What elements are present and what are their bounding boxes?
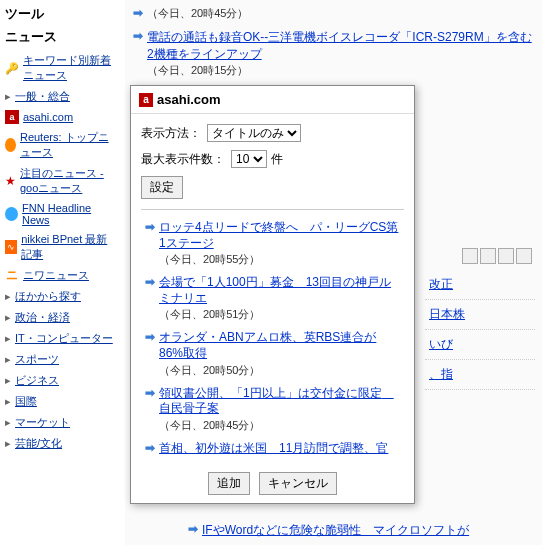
right-link[interactable]: いび [425,330,535,360]
bullet-icon: ▸ [5,90,11,103]
sidebar-item-label: 政治・経済 [15,310,70,325]
niwa-icon: ニ [5,269,19,283]
asahi-icon: a [5,110,19,124]
sidebar-item-label: asahi.com [23,111,73,123]
sidebar-item[interactable]: ▸ほかから探す [5,286,115,307]
display-method-label: 表示方法： [141,125,201,142]
article-time: （今日、20時55分） [159,252,400,267]
sidebar-item[interactable]: 🔑キーワード別新着ニュース [5,50,115,86]
right-panel: 改正 日本株 いび 、指 [425,270,535,390]
star-icon: ★ [5,174,16,188]
arrow-icon: ➡ [188,522,198,539]
bullet-icon: ▸ [5,332,11,345]
article-title[interactable]: IFやWordなどに危険な脆弱性 マイクロソフトが [202,522,469,539]
article-title[interactable]: オランダ・ABNアムロ株、英RBS連合が86%取得 [159,330,400,361]
list-item[interactable]: ➡ロッテ4点リードで終盤へ パ・リーグCS第1ステージ（今日、20時55分） [143,216,402,271]
sidebar-item[interactable]: ▸芸能/文化 [5,433,115,454]
arrow-icon: ➡ [145,330,155,377]
right-link[interactable]: 、指 [425,360,535,390]
sidebar-item[interactable]: ▸ビジネス [5,370,115,391]
max-items-suffix: 件 [271,151,283,168]
sidebar-item[interactable]: ▸政治・経済 [5,307,115,328]
sidebar-item-label: 芸能/文化 [15,436,62,451]
bullet-icon: ▸ [5,290,11,303]
right-link[interactable]: 日本株 [425,300,535,330]
sidebar-item-label: 注目のニュース - gooニュース [20,166,115,196]
max-items-label: 最大表示件数： [141,151,225,168]
list-item[interactable]: ➡領収書公開、「1円以上」は交付金に限定 自民骨子案（今日、20時45分） [143,382,402,437]
article-time: （今日、20時50分） [159,363,400,378]
arrow-icon: ➡ [145,275,155,322]
list-item[interactable]: ➡オランダ・ABNアムロ株、英RBS連合が86%取得（今日、20時50分） [143,326,402,381]
sidebar-item[interactable]: aasahi.com [5,107,115,127]
bg-article-bottom[interactable]: ➡ IFやWordなどに危険な脆弱性 マイクロソフトが [180,518,477,543]
sidebar-item-label: FNN Headline News [22,202,115,226]
sidebar-item-label: nikkei BPnet 最新記事 [21,232,115,262]
sidebar-item[interactable]: ニニワニュース [5,265,115,286]
sidebar-item-label: 国際 [15,394,37,409]
sidebar-item-label: IT・コンピューター [15,331,113,346]
sidebar-item-label: ビジネス [15,373,59,388]
sidebar-item[interactable]: ▸マーケット [5,412,115,433]
key-icon: 🔑 [5,61,19,75]
bullet-icon: ▸ [5,395,11,408]
toolbar-button[interactable] [480,248,496,264]
feed-dialog: a asahi.com 表示方法： タイトルのみ 最大表示件数： 10 件 設定… [130,85,415,504]
sidebar-item[interactable]: ▸国際 [5,391,115,412]
toolbar-button[interactable] [516,248,532,264]
arrow-icon: ➡ [133,6,143,21]
asahi-logo-icon: a [139,93,153,107]
bullet-icon: ▸ [5,416,11,429]
display-method-select[interactable]: タイトルのみ [207,124,301,142]
article-title[interactable]: 首相、初外遊は米国 11月訪問で調整、官房長官明かす [159,441,400,454]
sidebar-item[interactable]: ▸スポーツ [5,349,115,370]
sidebar-item-label: キーワード別新着ニュース [23,53,115,83]
settings-button[interactable]: 設定 [141,176,183,199]
sidebar-item[interactable]: ∿nikkei BPnet 最新記事 [5,229,115,265]
sidebar-item[interactable]: ▸一般・総合 [5,86,115,107]
article-time: （今日、20時15分） [147,63,534,78]
dialog-titlebar: a asahi.com [131,86,414,114]
list-item[interactable]: ➡会場で「1人100円」募金 13回目の神戸ルミナリエ（今日、20時51分） [143,271,402,326]
toolbar-button[interactable] [498,248,514,264]
dialog-title: asahi.com [157,92,221,107]
article-title[interactable]: 会場で「1人100円」募金 13回目の神戸ルミナリエ [159,275,400,306]
article-time: （今日、20時51分） [159,307,400,322]
cancel-button[interactable]: キャンセル [259,472,337,495]
news-heading: ニュース [5,28,115,46]
right-link[interactable]: 改正 [425,270,535,300]
sidebar-item-label: ニワニュース [23,268,89,283]
bg-article[interactable]: ➡ （今日、20時45分） [125,2,542,25]
toolbar-button[interactable] [462,248,478,264]
fnn-icon [5,207,18,221]
arrow-icon: ➡ [133,29,143,78]
bullet-icon: ▸ [5,353,11,366]
bullet-icon: ▸ [5,374,11,387]
sidebar-item[interactable]: ▸IT・コンピューター [5,328,115,349]
arrow-icon: ➡ [145,220,155,267]
article-time: （今日、20時45分） [159,418,400,433]
sidebar-item-label: Reuters: トップニュース [20,130,115,160]
sidebar-item[interactable]: ★注目のニュース - gooニュース [5,163,115,199]
bg-article[interactable]: ➡ 電話の通話も録音OK--三洋電機ボイスレコーダ「ICR-S279RM」を含む… [125,25,542,82]
rss-icon: ∿ [5,240,17,254]
max-items-select[interactable]: 10 [231,150,267,168]
sidebar: ツール ニュース 🔑キーワード別新着ニュース▸一般・総合aasahi.comRe… [0,0,120,545]
add-button[interactable]: 追加 [208,472,250,495]
bullet-icon: ▸ [5,311,11,324]
sidebar-item[interactable]: Reuters: トップニュース [5,127,115,163]
toolbar [462,248,532,264]
sidebar-item-label: 一般・総合 [15,89,70,104]
sidebar-item-label: ほかから探す [15,289,81,304]
article-title[interactable]: 領収書公開、「1円以上」は交付金に限定 自民骨子案 [159,386,400,417]
reuters-icon [5,138,16,152]
sidebar-item[interactable]: FNN Headline News [5,199,115,229]
bullet-icon: ▸ [5,437,11,450]
tools-heading: ツール [5,5,115,23]
article-list[interactable]: ➡ロッテ4点リードで終盤へ パ・リーグCS第1ステージ（今日、20時55分）➡会… [141,209,404,454]
article-title[interactable]: 電話の通話も録音OK--三洋電機ボイスレコーダ「ICR-S279RM」を含む2機… [147,30,532,61]
sidebar-item-label: マーケット [15,415,70,430]
article-title[interactable]: ロッテ4点リードで終盤へ パ・リーグCS第1ステージ [159,220,400,251]
sidebar-item-label: スポーツ [15,352,59,367]
list-item[interactable]: ➡首相、初外遊は米国 11月訪問で調整、官房長官明かす [143,437,402,454]
